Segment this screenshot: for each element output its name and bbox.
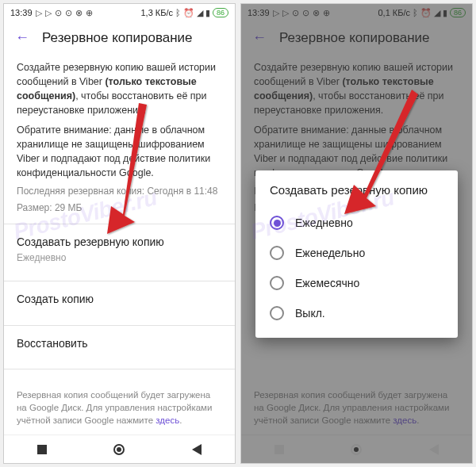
radio-option-off[interactable]: Выкл. xyxy=(270,298,443,328)
row-title: Создать копию xyxy=(17,291,222,307)
app-icon: ⊗ xyxy=(75,8,83,18)
app-icon: ⊙ xyxy=(65,8,72,18)
radio-icon xyxy=(270,276,284,290)
footer-link[interactable]: здесь xyxy=(155,415,179,425)
radio-option-weekly[interactable]: Еженедельно xyxy=(270,238,443,268)
status-bar: 13:39 ▷ ▷ ⊙ ⊙ ⊗ ⊕ 1,3 КБ/с ᛒ ⏰ ◢ ▮ 86 xyxy=(4,4,235,21)
row-restore[interactable]: Восстановить xyxy=(17,326,222,361)
radio-icon xyxy=(270,246,284,260)
phone-left: 13:39 ▷ ▷ ⊙ ⊙ ⊗ ⊕ 1,3 КБ/с ᛒ ⏰ ◢ ▮ 86 ← … xyxy=(3,3,236,464)
signal-icon: ▮ xyxy=(205,8,210,18)
back-icon[interactable]: ← xyxy=(15,29,29,46)
row-title: Восстановить xyxy=(17,335,222,351)
row-sub: Ежедневно xyxy=(17,251,222,265)
nav-recent-icon[interactable] xyxy=(37,445,47,454)
description-1: Создайте резервную копию вашей истории с… xyxy=(17,60,222,118)
alarm-icon: ⏰ xyxy=(183,8,194,18)
app-header: ← Резервное копирование xyxy=(4,21,235,56)
battery-badge: 86 xyxy=(213,8,228,17)
app-icon: ▷ xyxy=(36,8,42,18)
radio-label: Выкл. xyxy=(295,307,325,320)
radio-option-monthly[interactable]: Ежемесячно xyxy=(270,268,443,298)
app-icon: ⊕ xyxy=(86,8,93,18)
bluetooth-icon: ᛒ xyxy=(175,8,181,17)
nav-bar xyxy=(4,434,235,463)
phone-right: 13:39 ▷ ▷ ⊙ ⊙ ⊗ ⊕ 0,1 КБ/с ᛒ ⏰ ◢ ▮ 86 ← … xyxy=(240,3,473,464)
description-2: Обратите внимание: данные в облачном хра… xyxy=(17,123,222,181)
footer-note: Резервная копия сообщений будет загружен… xyxy=(4,381,235,434)
radio-label: Ежемесячно xyxy=(295,277,359,289)
status-netspeed: 1,3 КБ/с xyxy=(140,8,173,17)
radio-icon xyxy=(270,306,284,320)
row-create-now[interactable]: Создать копию xyxy=(17,281,222,316)
radio-label: Еженедельно xyxy=(295,247,365,259)
app-icon: ⊙ xyxy=(55,8,62,18)
status-time: 13:39 xyxy=(10,8,33,17)
nav-home-icon[interactable] xyxy=(113,444,125,455)
nav-back-icon[interactable] xyxy=(192,444,202,455)
app-icon: ▷ xyxy=(45,8,52,18)
wifi-icon: ◢ xyxy=(197,8,203,18)
page-title: Резервное копирование xyxy=(42,30,193,46)
